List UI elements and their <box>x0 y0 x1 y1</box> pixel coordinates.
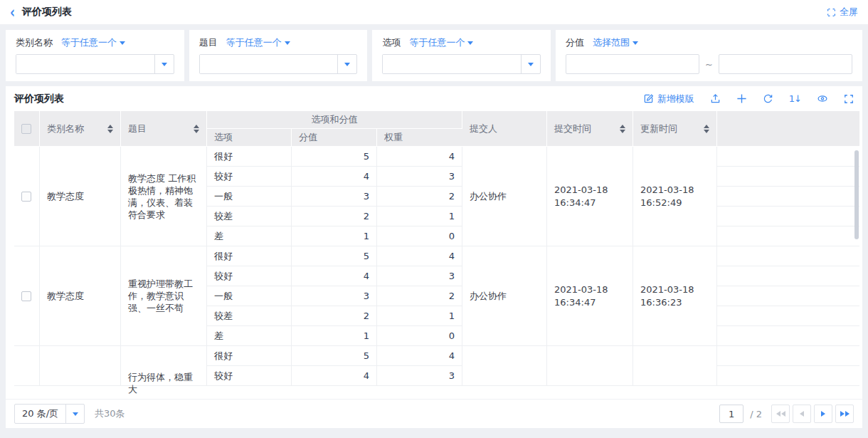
table-row: 行为得体，稳重大很好54 <box>14 346 859 366</box>
fullscreen-button[interactable]: 全屏 <box>827 6 858 19</box>
fullscreen-icon <box>827 8 836 17</box>
column-header-category[interactable]: 类别名称 <box>40 111 121 147</box>
score-min-input[interactable] <box>566 54 699 74</box>
category-select-input[interactable] <box>16 55 154 73</box>
previous-page-button[interactable] <box>793 405 811 423</box>
next-page-button[interactable] <box>814 405 832 423</box>
category-select[interactable] <box>16 54 174 74</box>
option-name: 很好 <box>207 147 292 167</box>
score-max-input[interactable] <box>719 54 852 74</box>
filter-condition-dropdown[interactable]: 选择范围 <box>593 36 638 49</box>
option-select[interactable] <box>382 54 541 74</box>
question-select-input[interactable] <box>200 55 338 73</box>
option-score: 3 <box>292 286 377 306</box>
row-action-cell <box>717 306 859 326</box>
column-header-update-time[interactable]: 更新时间 <box>633 111 717 147</box>
row-action-cell <box>717 346 859 366</box>
sort-icon[interactable] <box>704 125 709 133</box>
fullscreen-corners-icon <box>844 94 854 104</box>
option-weight: 2 <box>377 286 462 306</box>
sort-button[interactable]: 1↓ <box>789 93 801 104</box>
option-score: 1 <box>292 326 377 346</box>
option-select-input[interactable] <box>383 55 521 73</box>
table-fullscreen-button[interactable] <box>844 94 854 104</box>
option-weight: 2 <box>377 187 462 207</box>
column-header-submitter: 提交人 <box>462 111 547 147</box>
table-panel-header: 评价项列表 新增模版 <box>6 86 862 111</box>
filter-panel-category: 类别名称 等于任意一个 <box>6 30 184 81</box>
add-button[interactable] <box>736 93 747 104</box>
last-page-button[interactable] <box>835 405 854 423</box>
page-size-select[interactable]: 20 条/页 <box>14 404 85 424</box>
chevron-down-icon <box>344 63 350 66</box>
filter-row: 类别名称 等于任意一个 题目 等于任意一个 选项 等于任意一个 <box>6 30 862 81</box>
chevron-down-icon <box>120 41 125 45</box>
row-category: 教学态度 <box>40 147 121 246</box>
select-arrow-button[interactable] <box>154 55 174 73</box>
row-action-cell <box>717 187 859 207</box>
filter-condition-dropdown[interactable]: 等于任意一个 <box>226 36 290 49</box>
total-count: 共30条 <box>95 407 125 420</box>
chevron-down-icon <box>73 412 78 416</box>
back-icon[interactable]: ‹ <box>10 4 15 20</box>
row-action-cell <box>717 266 859 286</box>
option-name: 较差 <box>207 306 292 326</box>
vertical-scrollbar[interactable] <box>854 150 859 239</box>
column-header-submit-time[interactable]: 提交时间 <box>547 111 633 147</box>
column-header-question[interactable]: 题目 <box>121 111 207 147</box>
row-category: 教学态度 <box>40 246 121 346</box>
add-template-button[interactable]: 新增模版 <box>643 93 694 105</box>
first-page-button[interactable] <box>771 405 790 423</box>
double-right-arrow-icon <box>840 411 850 417</box>
filter-label: 选项 <box>382 36 401 49</box>
filter-condition-dropdown[interactable]: 等于任意一个 <box>61 36 125 49</box>
chevron-down-icon <box>162 63 167 66</box>
column-header-option: 选项 <box>207 129 292 147</box>
chevron-down-icon <box>285 41 290 45</box>
export-button[interactable] <box>710 93 721 104</box>
row-checkbox[interactable] <box>21 291 31 301</box>
row-update-time <box>633 346 717 386</box>
sort-icon[interactable] <box>194 125 199 133</box>
option-score: 2 <box>292 207 377 226</box>
row-action-cell <box>717 147 859 167</box>
filter-panel-score: 分值 选择范围 ~ <box>556 30 862 81</box>
option-score: 4 <box>292 167 377 187</box>
column-header-options-group: 选项和分值 <box>207 111 462 129</box>
filter-condition-dropdown[interactable]: 等于任意一个 <box>409 36 473 49</box>
sort-icon[interactable] <box>620 125 625 133</box>
row-action-cell <box>717 207 859 226</box>
add-template-label: 新增模版 <box>657 93 694 105</box>
filter-label: 题目 <box>199 36 218 49</box>
option-name: 较好 <box>207 167 292 187</box>
option-name: 很好 <box>207 246 292 266</box>
row-action-cell <box>717 326 859 346</box>
select-arrow-button[interactable] <box>337 55 356 73</box>
evaluation-table: 类别名称 题目 选项和分值 提交人 提交时间 更新时间 <box>14 111 859 386</box>
row-question: 重视护理带教工作，教学意识强、一丝不苟 <box>121 246 207 346</box>
double-left-arrow-icon <box>776 411 785 417</box>
left-arrow-icon <box>800 411 804 417</box>
chevron-down-icon <box>528 63 534 66</box>
option-weight: 1 <box>377 207 462 226</box>
option-name: 较好 <box>207 266 292 286</box>
table-row: 教学态度重视护理带教工作，教学意识强、一丝不苟很好54办公协作2021-03-1… <box>14 246 859 266</box>
sort-icon[interactable] <box>107 125 113 133</box>
question-select[interactable] <box>199 54 358 74</box>
select-arrow-button[interactable] <box>65 405 84 423</box>
plus-icon <box>736 93 747 104</box>
option-score: 5 <box>292 346 377 366</box>
filter-panel-question: 题目 等于任意一个 <box>189 30 368 81</box>
refresh-button[interactable] <box>763 93 773 104</box>
row-checkbox[interactable] <box>21 192 31 202</box>
row-category <box>40 346 121 386</box>
current-page-input[interactable] <box>719 405 743 423</box>
column-visibility-button[interactable] <box>817 93 828 104</box>
table-body: 教学态度教学态度 工作积极热情，精神饱满，仪表、着装符合要求很好54办公协作20… <box>14 147 859 386</box>
select-all-checkbox[interactable] <box>21 124 31 134</box>
sort-order-icon: 1↓ <box>789 93 801 104</box>
row-submit-time: 2021-03-18 16:34:47 <box>547 147 633 246</box>
row-checkbox-cell <box>14 246 40 346</box>
select-arrow-button[interactable] <box>521 55 540 73</box>
select-all-cell <box>14 111 40 147</box>
